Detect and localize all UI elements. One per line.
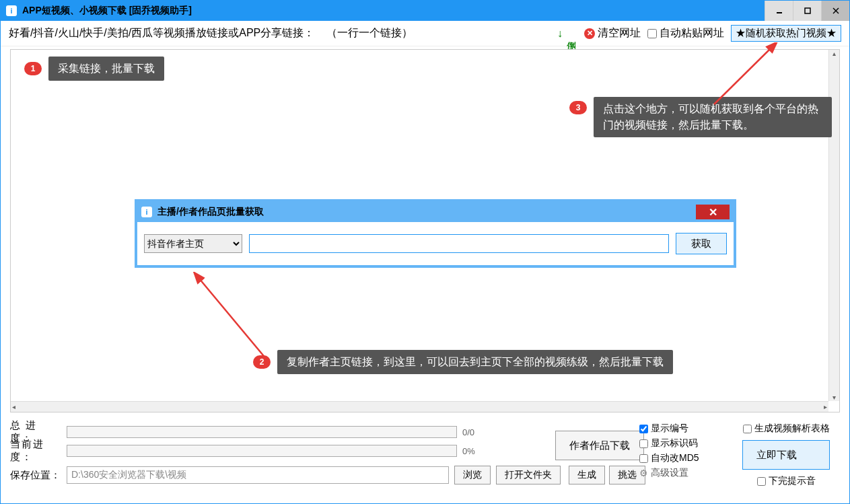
clear-label: 清空网址	[598, 26, 641, 40]
current-progress-label: 当前进度：	[10, 438, 61, 464]
random-hot-video-button[interactable]: ★随机获取热门视频★	[731, 25, 841, 42]
options-column: 显示编号 显示标识码 自动改MD5 ⚙高级设置	[639, 423, 727, 479]
gear-icon: ⚙	[639, 468, 648, 478]
toolbar-instruction: 好看/抖音/火山/快手/美拍/西瓜等视频播放链接或APP分享链接：	[9, 26, 314, 40]
window-title: APP短视频、小视频下载 [固乔视频助手]	[22, 5, 765, 17]
dialog-body: 抖音作者主页 获取	[137, 222, 734, 265]
gen-table-checkbox[interactable]: 生成视频解析表格	[743, 423, 830, 435]
callout-num-1: 1	[24, 62, 42, 75]
autopaste-checkbox[interactable]: 自动粘贴网址	[647, 26, 724, 40]
advanced-settings-button[interactable]: ⚙高级设置	[639, 467, 727, 479]
callout-num-3: 3	[569, 101, 587, 114]
maximize-button[interactable]	[793, 1, 821, 21]
callout-num-2: 2	[253, 355, 271, 369]
auto-md5-checkbox[interactable]: 自动改MD5	[639, 452, 727, 464]
save-path-label: 保存位置：	[10, 469, 61, 482]
clear-icon: ✕	[584, 28, 595, 39]
current-progress-bar	[67, 445, 457, 457]
app-window: i APP短视频、小视频下载 [固乔视频助手] 好看/抖音/火山/快手/美拍/西…	[0, 0, 850, 504]
bottom-panel: 总 进 度： 0/0 当前进度： 0% 保存位置： 浏览 打开文件夹 作者作品下…	[10, 423, 840, 497]
show-id-checkbox[interactable]: 显示标识码	[639, 437, 727, 449]
svg-line-4	[199, 279, 267, 359]
current-progress-value: 0%	[462, 446, 489, 456]
callout-text-2: 复制作者主页链接，到这里，可以回去到主页下全部的视频练级，然后批量下载	[277, 350, 673, 374]
author-download-button[interactable]: 作者作品下载	[555, 431, 644, 460]
fetch-button[interactable]: 获取	[676, 233, 727, 254]
dialog-titlebar: i 主播/作者作品页批量获取 ✕	[137, 202, 734, 222]
autopaste-label: 自动粘贴网址	[660, 26, 724, 40]
browse-button[interactable]: 浏览	[454, 466, 491, 484]
svg-rect-1	[805, 8, 810, 13]
dialog-title: 主播/作者作品页批量获取	[157, 206, 696, 218]
total-progress-bar	[67, 426, 457, 438]
open-folder-button[interactable]: 打开文件夹	[496, 466, 561, 484]
author-dialog: i 主播/作者作品页批量获取 ✕ 抖音作者主页 获取	[135, 199, 736, 268]
titlebar: i APP短视频、小视频下载 [固乔视频助手]	[1, 1, 849, 21]
sort-button[interactable]: ↓ 倒序	[557, 28, 577, 40]
url-content-area[interactable]: 1 采集链接，批量下载 3 点击这个地方，可以随机获取到各个平台的热门的视频链接…	[10, 49, 840, 412]
total-progress-value: 0/0	[462, 427, 489, 437]
window-controls	[765, 1, 849, 21]
close-button[interactable]	[821, 1, 849, 21]
callout-text-3: 点击这个地方，可以随机获取到各个平台的热门的视频链接，然后批量下载。	[594, 97, 832, 137]
callout-2: 2 复制作者主页链接，到这里，可以回去到主页下全部的视频练级，然后批量下载	[253, 350, 673, 374]
minimize-button[interactable]	[765, 1, 793, 21]
show-number-checkbox[interactable]: 显示编号	[639, 423, 727, 435]
toolbar: 好看/抖音/火山/快手/美拍/西瓜等视频播放链接或APP分享链接： （一行一个链…	[1, 21, 849, 46]
app-icon: i	[6, 5, 17, 16]
callout-3: 3 点击这个地方，可以随机获取到各个平台的热门的视频链接，然后批量下载。	[569, 97, 832, 137]
toolbar-hint: （一行一个链接）	[326, 26, 413, 40]
done-sound-checkbox[interactable]: 下完提示音	[757, 475, 816, 487]
download-now-button[interactable]: 立即下载	[742, 440, 830, 470]
horizontal-scrollbar[interactable]	[11, 401, 828, 412]
sort-down-icon: ↓	[557, 28, 563, 40]
generate-button[interactable]: 生成	[569, 466, 605, 484]
clear-url-button[interactable]: ✕ 清空网址	[584, 26, 641, 40]
callout-text-1: 采集链接，批量下载	[48, 57, 164, 81]
autopaste-input[interactable]	[647, 29, 657, 38]
callout-1: 1 采集链接，批量下载	[24, 57, 164, 81]
dialog-close-button[interactable]: ✕	[696, 205, 730, 219]
dialog-app-icon: i	[141, 207, 152, 217]
platform-select[interactable]: 抖音作者主页	[144, 234, 242, 253]
author-url-input[interactable]	[249, 234, 669, 253]
save-path-input[interactable]	[67, 466, 449, 484]
download-column: 生成视频解析表格 立即下载 下完提示音	[732, 423, 840, 487]
